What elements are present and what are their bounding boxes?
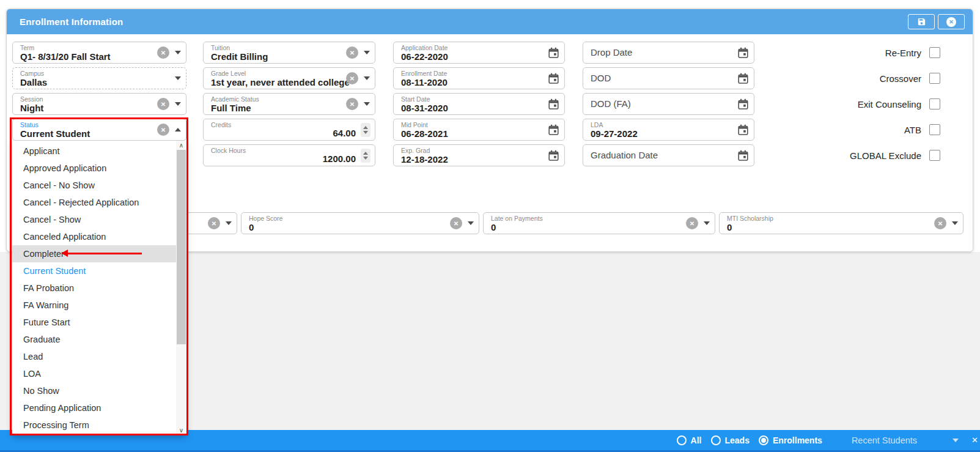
exp-grad-value: 12-18-2022 <box>401 154 448 165</box>
save-button[interactable] <box>908 14 935 29</box>
checkbox[interactable] <box>929 124 940 135</box>
campus-field[interactable]: Campus Dallas <box>12 67 186 89</box>
chevron-down-icon[interactable] <box>364 76 370 80</box>
scroll-up-icon[interactable]: ∧ <box>176 142 186 149</box>
clear-icon[interactable] <box>157 46 169 59</box>
checkbox[interactable] <box>929 47 940 58</box>
status-option[interactable]: Canceled Application <box>12 228 176 245</box>
dod-field[interactable]: DOD <box>583 67 754 89</box>
checkbox-row: Re-Entry <box>758 42 940 64</box>
status-option[interactable]: Lead <box>12 348 176 365</box>
clear-icon[interactable] <box>208 217 220 229</box>
clear-icon[interactable] <box>157 98 169 110</box>
calendar-icon[interactable] <box>548 47 559 59</box>
chevron-down-icon[interactable] <box>175 102 181 106</box>
chevron-down-icon[interactable] <box>704 221 710 225</box>
status-option[interactable]: Graduate <box>12 331 176 348</box>
filter-radio[interactable]: All <box>677 435 702 445</box>
recent-students-dropdown[interactable]: Recent Students <box>852 435 917 445</box>
dropdown-scrollbar[interactable]: ∧ ∨ <box>176 141 186 435</box>
checkbox[interactable] <box>929 73 940 84</box>
dod-fa-field[interactable]: DOD (FA) <box>583 93 754 115</box>
chevron-down-icon[interactable] <box>952 439 959 442</box>
filter-radio[interactable]: Leads <box>711 435 750 445</box>
calendar-icon[interactable] <box>737 73 749 84</box>
exp-grad-field[interactable]: Exp. Grad 12-18-2022 <box>393 144 565 166</box>
late-on-payments-field[interactable]: Late on Payments 0 <box>483 212 715 234</box>
hope-score-field[interactable]: Hope Score 0 <box>241 212 479 234</box>
calendar-icon[interactable] <box>737 47 749 59</box>
checkbox-row: GLOBAL Exclude <box>758 144 940 166</box>
status-option[interactable]: Future Start <box>12 314 176 331</box>
status-option[interactable]: Current Student <box>12 262 176 280</box>
chevron-down-icon[interactable] <box>364 102 370 106</box>
calendar-icon[interactable] <box>548 98 559 110</box>
status-option[interactable]: Pending Application <box>12 399 176 417</box>
graduation-date-field[interactable]: Graduation Date <box>583 144 754 166</box>
chevron-down-icon[interactable] <box>175 51 181 54</box>
status-option[interactable]: Applicant <box>12 143 176 160</box>
campus-value: Dallas <box>20 77 47 87</box>
calendar-icon[interactable] <box>737 150 749 161</box>
clear-icon[interactable] <box>346 46 358 59</box>
chevron-up-icon[interactable] <box>175 128 181 132</box>
grade-level-field[interactable]: Grade Level 1st year, never attended col… <box>203 67 375 89</box>
calendar-icon[interactable] <box>737 98 749 110</box>
chevron-down-icon[interactable] <box>175 76 181 80</box>
status-option[interactable]: Cancel - Rejected Application <box>12 194 176 211</box>
term-field[interactable]: Term Q1- 8/31/20 Fall Start <box>12 42 186 64</box>
clear-icon[interactable] <box>934 217 946 229</box>
start-date-field[interactable]: Start Date 08-31-2020 <box>393 93 565 115</box>
clock-hours-field[interactable]: Clock Hours 1200.00 <box>203 144 375 166</box>
start-date-label: Start Date <box>401 95 430 103</box>
scroll-down-icon[interactable]: ∨ <box>176 427 186 434</box>
credits-value: 64.00 <box>333 128 356 138</box>
checkbox[interactable] <box>929 150 940 161</box>
calendar-icon[interactable] <box>737 124 749 136</box>
calendar-icon[interactable] <box>548 73 559 84</box>
calendar-icon[interactable] <box>548 124 559 136</box>
enrollment-date-label: Enrollment Date <box>401 70 447 77</box>
status-option[interactable]: No Show <box>12 382 176 399</box>
clear-icon[interactable] <box>346 72 358 84</box>
enrollment-date-field[interactable]: Enrollment Date 08-11-2020 <box>393 67 565 89</box>
chevron-down-icon[interactable] <box>364 51 370 54</box>
number-stepper[interactable] <box>361 123 370 137</box>
chevron-down-icon[interactable] <box>226 221 232 225</box>
checkbox-row: ATB <box>758 119 940 141</box>
enrollment-date-value: 08-11-2020 <box>401 77 448 87</box>
status-option[interactable]: FA Probation <box>12 280 176 297</box>
status-option[interactable]: Approved Application <box>12 160 176 177</box>
clear-icon[interactable] <box>450 217 462 229</box>
session-field[interactable]: Session Night <box>12 93 186 115</box>
mti-scholarship-field[interactable]: MTI Scholarship 0 <box>719 212 963 234</box>
close-button[interactable]: ✕ <box>938 14 965 29</box>
credits-field[interactable]: Credits 64.00 <box>203 119 375 141</box>
status-option[interactable]: Cancel - No Show <box>12 177 176 194</box>
application-date-field[interactable]: Application Date 06-22-2020 <box>393 42 565 64</box>
scrollbar-thumb[interactable] <box>177 150 186 344</box>
tuition-field[interactable]: Tuition Credit Billing <box>203 42 375 64</box>
drop-date-field[interactable]: Drop Date <box>583 42 754 64</box>
chevron-down-icon[interactable] <box>468 221 474 225</box>
status-option[interactable]: Processing Term <box>12 417 176 434</box>
clear-icon[interactable] <box>346 98 358 110</box>
status-field[interactable]: Status Current Student <box>12 119 186 141</box>
status-option[interactable]: Completer <box>12 245 176 262</box>
status-option-label: FA Probation <box>23 283 74 293</box>
checkbox-row: Crossover <box>758 67 940 89</box>
lda-field[interactable]: LDA 09-27-2022 <box>583 119 754 141</box>
number-stepper[interactable] <box>361 149 370 163</box>
checkbox[interactable] <box>929 98 940 109</box>
filter-radio[interactable]: Enrollments <box>759 435 822 445</box>
status-option[interactable]: FA Warning <box>12 297 176 314</box>
calendar-icon[interactable] <box>548 150 559 161</box>
status-option[interactable]: LOA <box>12 365 176 382</box>
status-option[interactable]: Cancel - Show <box>12 211 176 228</box>
term-label: Term <box>20 44 34 51</box>
chevron-down-icon[interactable] <box>952 221 958 225</box>
mid-point-field[interactable]: Mid Point 06-28-2021 <box>393 119 565 141</box>
academic-status-field[interactable]: Academic Status Full Time <box>203 93 375 115</box>
clear-icon[interactable] <box>157 124 169 136</box>
clear-icon[interactable] <box>686 217 698 229</box>
